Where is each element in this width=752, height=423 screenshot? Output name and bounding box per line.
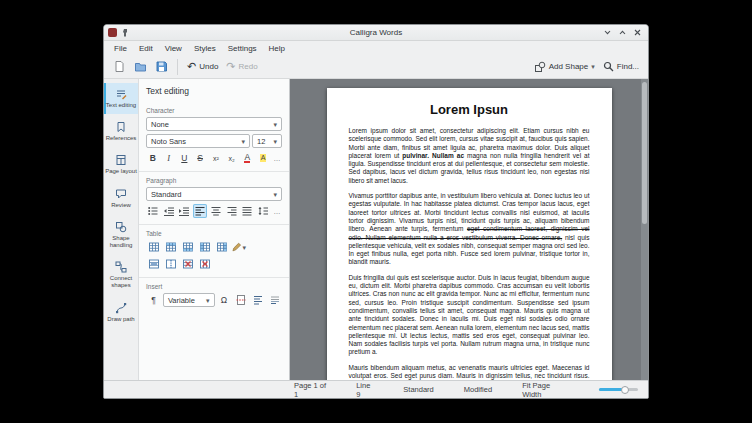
insert-row-above-button[interactable] bbox=[163, 240, 178, 254]
status-zoom-mode[interactable]: Fit Page Width bbox=[522, 381, 563, 399]
dock-tab-page-layout[interactable]: Page layout bbox=[104, 149, 138, 180]
status-style-indicator[interactable]: Standard bbox=[403, 385, 433, 394]
menubar: File Edit View Styles Settings Help bbox=[104, 41, 648, 55]
chevron-down-icon: ▾ bbox=[591, 63, 595, 70]
dock-tab-label: Shape handling bbox=[105, 235, 137, 249]
dock-tab-text-editing[interactable]: Text editing bbox=[104, 83, 138, 114]
menu-file[interactable]: File bbox=[108, 43, 133, 54]
highlight-button[interactable]: A bbox=[256, 151, 270, 165]
statusbar: Page 1 of 1 Line 9 Standard Modified Fit… bbox=[104, 380, 648, 398]
font-color-button[interactable]: A bbox=[240, 151, 254, 165]
bold-icon: B bbox=[150, 153, 156, 163]
decrease-indent-button[interactable] bbox=[162, 204, 176, 218]
open-document-button[interactable] bbox=[131, 58, 150, 76]
zoom-slider-knob[interactable] bbox=[621, 386, 629, 394]
zoom-slider[interactable] bbox=[599, 385, 638, 395]
italic-icon: I bbox=[167, 153, 170, 163]
bold-button[interactable]: B bbox=[146, 151, 160, 165]
superscript-button[interactable]: x² bbox=[209, 151, 223, 165]
undo-button[interactable]: ↶ Undo bbox=[184, 58, 221, 76]
table-of-contents-icon bbox=[252, 294, 264, 306]
character-style-select[interactable]: None ▾ bbox=[146, 117, 282, 131]
scrollbar-thumb[interactable] bbox=[642, 82, 647, 224]
find-button[interactable]: Find... bbox=[600, 58, 642, 76]
align-center-button[interactable] bbox=[209, 204, 223, 218]
character-section-label: Character bbox=[146, 107, 282, 114]
connect-shapes-icon bbox=[115, 261, 127, 273]
table-section-label: Table bbox=[146, 230, 282, 237]
menu-styles[interactable]: Styles bbox=[188, 43, 222, 54]
insert-column-left-button[interactable] bbox=[197, 240, 212, 254]
align-left-button[interactable] bbox=[193, 204, 207, 218]
menu-edit[interactable]: Edit bbox=[133, 43, 159, 54]
dock-tab-references[interactable]: References bbox=[104, 116, 138, 147]
increase-indent-button[interactable] bbox=[177, 204, 191, 218]
close-button[interactable] bbox=[632, 27, 643, 38]
underline-button[interactable]: U bbox=[177, 151, 191, 165]
chevron-down-icon: ▾ bbox=[206, 297, 210, 304]
maximize-button[interactable] bbox=[617, 27, 628, 38]
delete-column-icon bbox=[199, 258, 211, 270]
paragraph-more-button[interactable]: … bbox=[272, 205, 282, 217]
insert-special-character-button[interactable]: Ω bbox=[217, 293, 232, 307]
align-justify-button[interactable] bbox=[240, 204, 254, 218]
align-right-button[interactable] bbox=[225, 204, 239, 218]
dock-tab-draw-path[interactable]: Draw path bbox=[104, 297, 138, 328]
paragraph-style-select[interactable]: Standard ▾ bbox=[146, 187, 282, 201]
line-spacing-icon bbox=[257, 205, 269, 217]
split-cells-button[interactable] bbox=[163, 257, 178, 271]
add-shape-label: Add Shape bbox=[549, 62, 589, 71]
chevron-down-icon: ▾ bbox=[273, 191, 277, 198]
column-right-icon bbox=[216, 241, 228, 253]
insert-paragraph-button[interactable]: ¶ bbox=[146, 293, 161, 307]
save-icon bbox=[155, 60, 168, 73]
font-family-select[interactable]: Noto Sans ▾ bbox=[146, 134, 250, 148]
minimize-button[interactable] bbox=[602, 27, 613, 38]
highlight-icon: A bbox=[260, 154, 267, 162]
dock-tab-connect-shapes[interactable]: Connect shapes bbox=[104, 256, 138, 294]
titlebar[interactable]: Calligra Words bbox=[104, 25, 648, 41]
bullet-list-icon bbox=[147, 205, 159, 217]
insert-row-below-button[interactable] bbox=[180, 240, 195, 254]
close-icon bbox=[633, 28, 642, 37]
status-page-indicator[interactable]: Page 1 of 1 bbox=[294, 381, 326, 399]
insert-page-break-button[interactable] bbox=[233, 293, 248, 307]
table-border-pen-button[interactable]: ▾ bbox=[231, 240, 246, 254]
status-line-indicator[interactable]: Line 9 bbox=[356, 381, 373, 399]
italic-button[interactable]: I bbox=[162, 151, 176, 165]
character-style-value: None bbox=[151, 120, 169, 129]
menu-help[interactable]: Help bbox=[263, 43, 291, 54]
new-document-button[interactable] bbox=[110, 58, 129, 76]
screen: Calligra Words File Edit View Styles Set… bbox=[0, 0, 752, 423]
chevron-down-icon: ▾ bbox=[273, 138, 277, 145]
add-shape-button[interactable]: Add Shape ▾ bbox=[531, 58, 598, 76]
pin-icon[interactable] bbox=[120, 28, 130, 38]
insert-variable-select[interactable]: Variable ▾ bbox=[163, 293, 215, 307]
document-page[interactable]: Lorem Ipsun Lorem ipsum dolor sit amet, … bbox=[327, 88, 612, 380]
dock-tab-review[interactable]: Review bbox=[104, 183, 138, 214]
delete-row-button[interactable] bbox=[180, 257, 195, 271]
strikethrough-button[interactable]: S bbox=[193, 151, 207, 165]
delete-column-button[interactable] bbox=[197, 257, 212, 271]
dock-tab-shape-handling[interactable]: Shape handling bbox=[104, 216, 138, 254]
menu-view[interactable]: View bbox=[159, 43, 188, 54]
insert-toc-button[interactable] bbox=[250, 293, 265, 307]
dock-tab-label: Text editing bbox=[106, 102, 136, 109]
redo-button[interactable]: ↷ Redo bbox=[223, 58, 260, 76]
font-size-select[interactable]: 12 ▾ bbox=[252, 134, 282, 148]
vertical-scrollbar[interactable] bbox=[641, 79, 648, 380]
list-style-button[interactable] bbox=[146, 204, 160, 218]
line-spacing-button[interactable] bbox=[256, 204, 270, 218]
menu-settings[interactable]: Settings bbox=[222, 43, 263, 54]
text-editing-panel: Text editing Character None ▾ Noto Sans … bbox=[138, 79, 290, 380]
save-document-button[interactable] bbox=[152, 58, 171, 76]
merge-cells-button[interactable] bbox=[146, 257, 161, 271]
more-icon: … bbox=[273, 208, 280, 215]
subscript-button[interactable]: x₂ bbox=[225, 151, 239, 165]
character-more-button[interactable]: … bbox=[272, 152, 282, 164]
insert-table-button[interactable] bbox=[146, 240, 161, 254]
font-size-value: 12 bbox=[257, 137, 265, 146]
merge-cells-icon bbox=[148, 258, 160, 270]
insert-column-right-button[interactable] bbox=[214, 240, 229, 254]
insert-footnote-button[interactable] bbox=[267, 293, 282, 307]
